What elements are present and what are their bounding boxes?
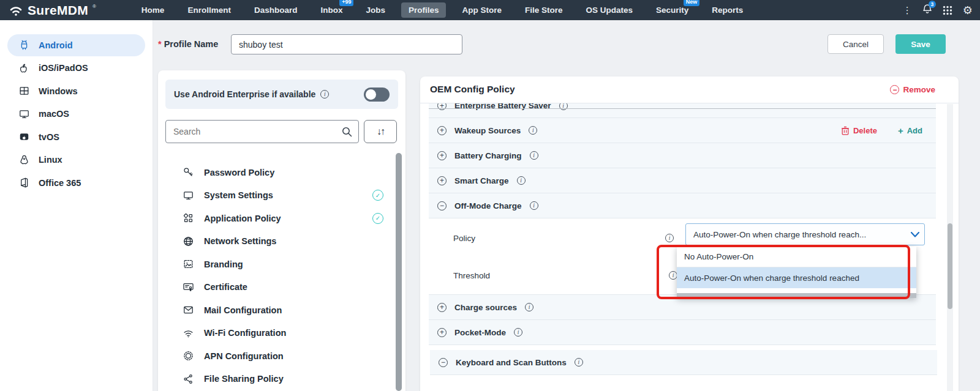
nav-item-enrollment[interactable]: Enrollment [180,2,238,18]
minus-circle-icon: − [890,85,899,94]
info-icon[interactable]: i [529,126,537,135]
policy-item-network-settings[interactable]: Network Settings [158,230,405,253]
settings-gear-icon[interactable]: ⚙ [963,5,973,16]
oem-section-label: Battery Charging [454,151,522,160]
info-icon[interactable]: i [559,103,568,110]
off-mode-policy-select[interactable]: Auto-Power-On when charge threshold reac… [685,223,925,245]
info-icon[interactable]: i [530,201,538,210]
oem-section-keyboard-and-scan-buttons[interactable]: − Keyboard and Scan Buttons i [430,350,937,375]
dropdown-option-no-auto-power-on[interactable]: No Auto-Power-On [677,247,916,267]
oem-section-charge-sources[interactable]: + Charge sources i [429,295,936,320]
nav-item-dashboard[interactable]: Dashboard [247,2,305,18]
oem-config-panel: OEM Config Policy − Remove + Enterprise … [420,76,959,391]
oem-section-enterprise-battery-saver[interactable]: + Enterprise Battery Saver i [429,103,936,118]
policy-item-wi-fi-configuration[interactable]: Wi-Fi Configuration [158,322,405,345]
sidebar-item-office-365[interactable]: Office 365 [7,172,145,194]
oem-section-label: Keyboard and Scan Buttons [456,358,567,367]
info-icon[interactable]: i [525,303,533,311]
android-enterprise-toggle[interactable] [364,88,390,102]
android-icon [18,39,30,51]
brand-logo[interactable]: SureMDM ® [9,3,96,18]
collapse-icon[interactable]: − [439,358,448,367]
policy-item-label: Certificate [204,282,247,292]
oem-section-battery-charging[interactable]: + Battery Charging i [429,143,936,168]
nav-item-home[interactable]: Home [134,2,172,18]
expand-icon[interactable]: + [437,126,447,135]
delete-button[interactable]: Delete [841,126,877,135]
add-button[interactable]: + Add [898,125,922,136]
nav-item-os-updates[interactable]: OS Updates [578,2,640,18]
sort-button[interactable]: ↓↑ [364,120,397,143]
sidebar-item-ios-ipados[interactable]: iOS/iPadOS [7,57,145,79]
expand-icon[interactable]: + [437,151,447,160]
nav-item-inbox[interactable]: Inbox+99 [313,2,350,18]
expand-icon[interactable]: + [437,303,447,312]
nav-item-profiles[interactable]: Profiles [401,2,447,18]
kebab-menu-icon[interactable]: ⋮ [903,5,912,16]
policy-item-mail-configuration[interactable]: Mail Configuration [158,299,405,322]
gear-icon [183,350,194,362]
expand-icon[interactable]: + [437,328,447,337]
cancel-button[interactable]: Cancel [827,34,884,54]
apps-icon [183,212,194,224]
sidebar-item-linux[interactable]: Linux [7,149,145,171]
policy-item-certificate[interactable]: Certificate [158,276,405,299]
sidebar-item-tvos[interactable]: tvOS [7,126,145,148]
oem-section-smart-charge[interactable]: + Smart Charge i [429,168,936,193]
collapse-icon[interactable]: − [437,201,447,210]
nav-item-app-store[interactable]: App Store [454,2,509,18]
android-enterprise-label: Use Android Enterprise if available [174,89,315,99]
policy-search-box [165,120,359,143]
info-icon[interactable]: i [530,151,538,160]
nav-item-file-store[interactable]: File Store [518,2,570,18]
windows-icon [18,85,30,97]
notifications-button[interactable]: 3 [922,4,932,17]
remove-policy-button[interactable]: − Remove [890,85,935,94]
save-button[interactable]: Save [895,34,946,54]
toggle-knob [366,89,376,100]
policy-item-apn-configuration[interactable]: APN Configuration [158,344,405,368]
navbar-actions: ⋮ 3 ⚙ [903,0,973,20]
sidebar-item-label: Office 365 [39,178,81,188]
profile-name-input[interactable] [231,34,462,54]
policy-item-label: Mail Configuration [204,305,282,315]
image-icon [183,258,194,270]
policy-item-label: Branding [204,259,243,269]
nav-item-security[interactable]: SecurityNew [649,2,696,18]
oem-section-wakeup-sources[interactable]: + Wakeup Sources i Delete + Add [429,118,936,143]
info-icon[interactable]: i [669,271,677,280]
policy-search-input[interactable] [166,127,342,136]
oem-scrollbar-thumb[interactable] [948,223,952,309]
oem-section-label: Enterprise Battery Saver [454,103,551,110]
apps-grid-icon[interactable] [943,6,952,15]
nav-item-reports[interactable]: Reports [704,2,750,18]
policy-item-label: System Settings [204,190,273,200]
expand-icon[interactable]: + [437,103,447,110]
info-icon[interactable]: i [320,90,329,99]
policy-item-label: Application Policy [204,214,281,223]
sidebar-item-macos[interactable]: macOS [7,103,145,125]
policy-item-file-sharing-policy[interactable]: File Sharing Policy [158,368,405,391]
info-icon[interactable]: i [517,176,526,185]
oem-section-pocket-mode[interactable]: + Pocket-Mode i [429,320,936,345]
monitor-icon [18,108,30,120]
info-icon[interactable]: i [575,358,583,367]
expand-icon[interactable]: + [437,176,447,185]
policy-item-branding[interactable]: Branding [158,253,405,276]
policy-item-system-settings[interactable]: System Settings ✓ [158,184,405,207]
policy-item-label: File Sharing Policy [204,374,284,384]
policy-item-password-policy[interactable]: Password Policy [158,161,405,184]
registered-mark: ® [92,4,96,9]
policy-item-application-policy[interactable]: Application Policy ✓ [158,207,405,230]
sidebar-item-android[interactable]: Android [7,34,145,56]
nav-item-jobs[interactable]: Jobs [358,2,393,18]
policy-list-scrollbar[interactable] [396,153,402,391]
sidebar-item-windows[interactable]: Windows [7,80,145,102]
certificate-icon [183,281,194,293]
section-gap [420,345,959,350]
sidebar-item-label: Android [39,40,73,50]
oem-section-off-mode-charge[interactable]: − Off-Mode Charge i [429,193,936,218]
dropdown-option-auto-power-on-when-charge-threshold-reached[interactable]: Auto-Power-On when charge threshold reac… [677,267,916,288]
info-icon[interactable]: i [665,234,674,242]
info-icon[interactable]: i [514,328,522,337]
